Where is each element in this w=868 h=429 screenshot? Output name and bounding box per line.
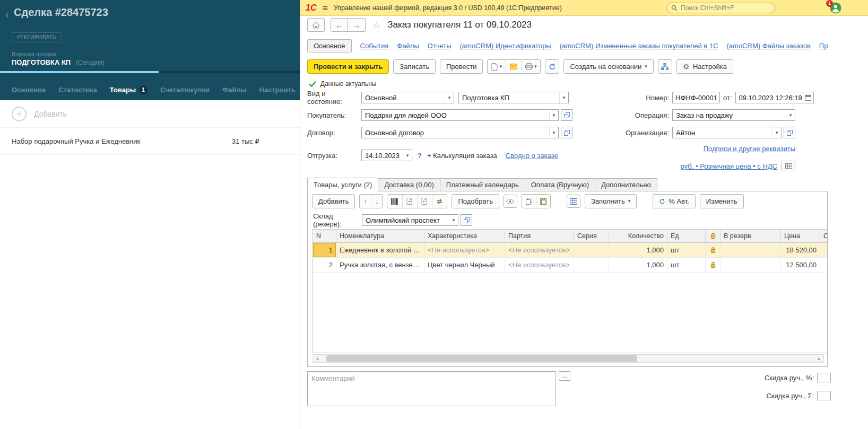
fill-button[interactable]: Заполнить ▾ bbox=[585, 194, 637, 208]
product-row[interactable]: Набор подарочный Ручка и Ежедневник 31 т… bbox=[0, 128, 300, 155]
col-series[interactable]: Серия bbox=[574, 230, 609, 242]
back-chevron-icon[interactable]: ‹ bbox=[5, 8, 9, 21]
forward-button[interactable]: → bbox=[348, 18, 366, 32]
shipment-date-field[interactable]: 14.10.2023 ▾ bbox=[361, 150, 412, 161]
col-lock[interactable] bbox=[706, 230, 721, 242]
requisites-link[interactable]: Подписи и другие реквизиты bbox=[704, 145, 795, 153]
copy-icon-button[interactable] bbox=[522, 195, 536, 208]
tab-amocrm-faily-zakazov[interactable]: (amoCRM) Файлы заказов bbox=[727, 42, 811, 50]
price-grid-icon-button[interactable] bbox=[782, 161, 795, 171]
related-documents-icon-button[interactable] bbox=[545, 59, 559, 74]
operation-combo[interactable]: Заказ на продажу ▾ bbox=[672, 109, 795, 121]
warehouse-combo[interactable]: Олимпийский проспект ▾ bbox=[362, 214, 458, 226]
table-grid-icon-button[interactable] bbox=[567, 195, 580, 208]
tab-statistics[interactable]: Статистика bbox=[58, 86, 97, 94]
table-row[interactable]: 2 Ручка золотая, с вензе… Цвет чернил Че… bbox=[313, 258, 827, 273]
tab-faily[interactable]: Файлы bbox=[397, 42, 419, 50]
load-document-icon-button[interactable] bbox=[402, 195, 417, 208]
table-row[interactable]: 1 Ежедневник в золотой … <Не используетс… bbox=[313, 243, 827, 258]
reprice-icon-button[interactable] bbox=[432, 195, 447, 208]
subordination-structure-icon-button[interactable] bbox=[658, 59, 672, 74]
post-and-close-button[interactable]: Провести и закрыть bbox=[307, 59, 389, 74]
open-organization-icon-button[interactable] bbox=[784, 127, 795, 138]
chevron-down-icon[interactable]: ▾ bbox=[403, 150, 412, 161]
tab-osnovnoe[interactable]: Основное bbox=[307, 39, 352, 52]
open-contract-icon-button[interactable] bbox=[561, 127, 572, 138]
unload-document-icon-button[interactable] bbox=[417, 195, 432, 208]
chevron-down-icon[interactable]: ▾ bbox=[549, 110, 558, 120]
barcode-icon-button[interactable] bbox=[387, 195, 402, 208]
col-unit[interactable]: Ед. bbox=[667, 230, 706, 242]
subtab-goods-services[interactable]: Товары, услуги (2) bbox=[307, 178, 378, 191]
move-up-icon-button[interactable]: ↑ bbox=[360, 195, 371, 208]
tab-otchety[interactable]: Отчеты bbox=[428, 42, 452, 50]
scrollbar-track[interactable] bbox=[322, 355, 815, 362]
calendar-icon[interactable] bbox=[803, 92, 813, 103]
open-customer-icon-button[interactable] bbox=[561, 109, 572, 121]
subtab-additional[interactable]: Дополнительно bbox=[595, 178, 657, 191]
date-field[interactable]: 09.10.2023 12:26:19 bbox=[735, 92, 814, 103]
order-summary-link[interactable]: Сводно о заказе bbox=[506, 152, 558, 160]
scroll-left-icon[interactable]: ◄ bbox=[313, 355, 322, 362]
add-product-row[interactable]: + Добавить bbox=[0, 100, 300, 128]
create-based-on-button[interactable]: Создать на основании ▾ bbox=[563, 59, 653, 74]
col-sum[interactable]: Сумма bbox=[820, 230, 827, 242]
view-eye-icon-button[interactable] bbox=[504, 195, 517, 208]
pick-items-button[interactable]: Подобрать bbox=[452, 194, 499, 208]
post-document-icon-button[interactable]: ▾ bbox=[488, 60, 506, 73]
tab-amocrm-identifikatory[interactable]: (amoCRM) Идентификаторы bbox=[460, 42, 551, 50]
comment-input[interactable] bbox=[307, 371, 555, 406]
email-icon-button[interactable] bbox=[506, 60, 521, 73]
col-price[interactable]: Цена bbox=[781, 230, 820, 242]
back-button[interactable]: ← bbox=[331, 18, 348, 32]
col-characteristic[interactable]: Характеристика bbox=[424, 230, 505, 242]
chevron-down-icon[interactable]: ▾ bbox=[772, 127, 781, 138]
contract-combo[interactable]: Основной договор ▾ bbox=[361, 127, 559, 138]
edit-button[interactable]: Изменить bbox=[700, 194, 744, 208]
stage-row[interactable]: ПОДГОТОВКА КП (Сегодня) bbox=[12, 58, 105, 66]
subtab-payment-calendar[interactable]: Платежный календарь bbox=[440, 178, 525, 191]
home-button[interactable] bbox=[307, 18, 325, 32]
number-input[interactable] bbox=[672, 92, 720, 103]
add-item-button[interactable]: Добавить bbox=[312, 194, 355, 208]
tab-main[interactable]: Основное bbox=[12, 86, 46, 94]
funnel-label[interactable]: Воронка продаж bbox=[12, 51, 56, 57]
tag-button[interactable]: #ТЕГИРОВАТЬ bbox=[12, 32, 62, 42]
post-button[interactable]: Провести bbox=[440, 59, 483, 74]
state-combo[interactable]: Подготовка КП ▾ bbox=[458, 92, 569, 103]
open-warehouse-icon-button[interactable] bbox=[461, 214, 472, 226]
col-quantity[interactable]: Количество bbox=[609, 230, 667, 242]
tab-files[interactable]: Файлы bbox=[222, 86, 247, 94]
subtab-delivery[interactable]: Доставка (0,00) bbox=[378, 178, 440, 191]
organization-combo[interactable]: Айтон ▾ bbox=[672, 127, 782, 138]
col-nomenclature[interactable]: Номенклатура bbox=[336, 230, 424, 242]
tab-products[interactable]: Товары 1 bbox=[110, 86, 147, 94]
scrollbar-thumb[interactable] bbox=[326, 355, 637, 362]
tab-sobytiya[interactable]: События bbox=[360, 42, 389, 50]
kind-combo[interactable]: Основной ▾ bbox=[361, 92, 454, 103]
user-icon[interactable]: 1 bbox=[830, 2, 841, 14]
move-down-icon-button[interactable]: ↓ bbox=[371, 195, 383, 208]
tab-invoices[interactable]: Счета/покупки bbox=[160, 86, 210, 94]
tab-primenennye[interactable]: Применённые bbox=[819, 42, 828, 50]
order-calculation-text[interactable]: + Калькуляция заказа bbox=[427, 152, 497, 160]
tab-amocrm-izmenennye-zakazy[interactable]: (amoCRM) Измененные заказы покупателей в… bbox=[560, 42, 718, 50]
chevron-down-icon[interactable]: ▾ bbox=[549, 127, 558, 138]
subtab-payment[interactable]: Оплата (Вручную) bbox=[525, 178, 595, 191]
chevron-down-icon[interactable]: ▾ bbox=[786, 110, 795, 120]
tab-configure[interactable]: Настроить bbox=[259, 86, 296, 94]
currency-price-link[interactable]: руб. • Розничная цена • с НДС bbox=[681, 162, 777, 170]
col-batch[interactable]: Партия bbox=[505, 230, 574, 242]
discount-sum-input[interactable] bbox=[817, 391, 831, 400]
chevron-down-icon[interactable]: ▾ bbox=[445, 92, 454, 103]
horizontal-scrollbar[interactable]: ◄ ► bbox=[313, 354, 824, 363]
menu-icon[interactable]: ≡ bbox=[322, 3, 328, 13]
customer-combo[interactable]: Подарки для людей ООО ▾ bbox=[361, 109, 559, 121]
col-reserve[interactable]: В резерв bbox=[721, 230, 781, 242]
discount-percent-input[interactable] bbox=[817, 373, 831, 382]
comment-more-button[interactable]: ... bbox=[559, 371, 570, 381]
help-icon[interactable]: ? bbox=[418, 152, 422, 160]
auto-percent-button[interactable]: % Авт. bbox=[653, 194, 696, 208]
col-n[interactable]: N bbox=[313, 230, 336, 242]
settings-button[interactable]: Настройка bbox=[676, 59, 733, 74]
